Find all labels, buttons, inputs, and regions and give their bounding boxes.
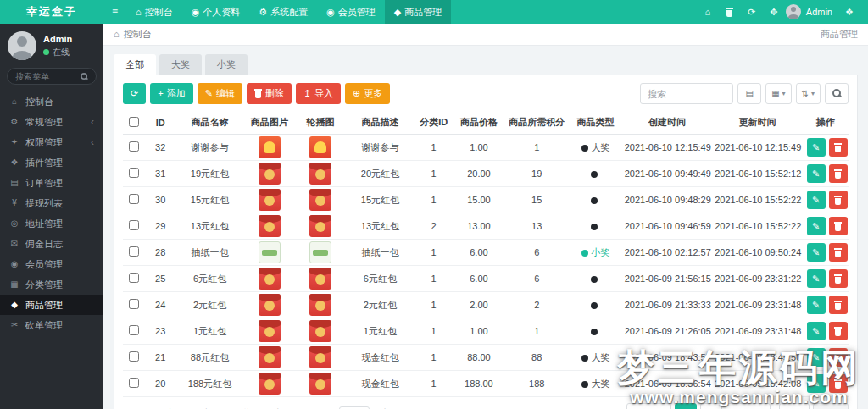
home-button[interactable]: ⌂ <box>698 0 718 24</box>
sidebar-item-goods[interactable]: ◆商品管理 <box>0 295 103 315</box>
row-checkbox[interactable] <box>129 141 139 152</box>
cell-image <box>244 292 295 318</box>
tab-all[interactable]: 全部 <box>114 54 156 75</box>
edit-button[interactable]: ✎ <box>807 322 826 340</box>
prev-page-button[interactable]: 上一页 <box>626 403 671 409</box>
delete-button[interactable] <box>829 191 848 209</box>
sidebar-item-auth[interactable]: ✦权限管理‹ <box>0 132 103 152</box>
cell-image <box>244 371 295 397</box>
row-checkbox[interactable] <box>129 299 139 309</box>
cell-points: 1 <box>504 135 569 161</box>
delete-button[interactable] <box>829 296 848 314</box>
select-all-checkbox[interactable] <box>129 117 139 127</box>
edit-button[interactable]: ✎编辑 <box>198 83 242 104</box>
cell-id: 25 <box>145 266 175 292</box>
cell-type <box>569 161 621 187</box>
cell-image <box>244 135 295 161</box>
sidebar-item-category[interactable]: ▦分类管理 <box>0 274 103 295</box>
delete-button[interactable] <box>829 322 848 340</box>
row-checkbox[interactable] <box>129 378 139 388</box>
edit-button[interactable]: ✎ <box>807 217 826 235</box>
cell-name: 15元红包 <box>175 187 243 213</box>
refresh-button[interactable]: ⟳ <box>742 0 762 24</box>
sort-button[interactable]: ⇅▾ <box>796 83 821 104</box>
brand-title[interactable]: 幸运盒子 <box>0 0 103 24</box>
delete-button[interactable] <box>829 374 848 393</box>
sidebar-toggle-button[interactable]: ≡ <box>103 0 126 24</box>
jump-page-input[interactable] <box>779 403 810 409</box>
edit-button[interactable]: ✎ <box>807 191 826 209</box>
topnav-item-config[interactable]: ⚙系统配置 <box>249 0 317 24</box>
cell-updated: 2021-06-09 23:31:22 <box>712 266 802 292</box>
navbar-avatar[interactable] <box>786 4 801 19</box>
edit-button[interactable]: ✎ <box>807 138 826 157</box>
breadcrumb-home[interactable]: 控制台 <box>124 28 152 41</box>
search-button[interactable] <box>825 83 849 104</box>
delete-button[interactable]: 删除 <box>247 83 292 104</box>
next-page-button[interactable]: 下一页 <box>726 403 771 409</box>
delete-button[interactable] <box>829 243 848 262</box>
sidebar-item-commission[interactable]: ✉佣金日志 <box>0 234 103 254</box>
row-checkbox[interactable] <box>129 325 139 335</box>
avatar <box>8 31 36 60</box>
delete-button[interactable] <box>829 348 848 367</box>
edit-button[interactable]: ✎ <box>807 348 826 367</box>
plugin-button[interactable]: ❖ <box>839 0 860 24</box>
type-dot <box>581 355 588 362</box>
edit-button[interactable]: ✎ <box>807 269 826 288</box>
row-checkbox[interactable] <box>129 168 139 178</box>
column-header: 更新时间 <box>712 111 802 135</box>
sidebar-item-plugin[interactable]: ❖插件管理 <box>0 152 103 173</box>
edit-button[interactable]: ✎ <box>807 243 826 262</box>
sidebar-item-gear[interactable]: ⚙常规管理‹ <box>0 112 103 132</box>
page-1-button[interactable]: 1 <box>675 403 697 409</box>
table-row: 20188元红包现金红包1188.00188大奖2021-06-09 18:36… <box>123 371 849 397</box>
tab-big-prize[interactable]: 大奖 <box>159 54 202 75</box>
row-checkbox[interactable] <box>129 220 139 230</box>
sidebar-item-withdraw[interactable]: ¥提现列表 <box>0 193 103 213</box>
row-select-cell <box>123 318 145 345</box>
fullscreen-button[interactable]: ✥ <box>764 0 784 24</box>
page-2-button[interactable]: 2 <box>700 403 722 409</box>
topnav-item-goods[interactable]: ◆商品管理 <box>385 0 451 24</box>
delete-button[interactable] <box>829 164 848 183</box>
sidebar-item-address[interactable]: ◎地址管理 <box>0 213 103 234</box>
topnav-item-dashboard[interactable]: ⌂控制台 <box>126 0 182 24</box>
table-search-input[interactable] <box>640 83 733 104</box>
import-button[interactable]: ↥导入 <box>296 83 341 104</box>
cell-desc: 抽纸一包 <box>346 240 414 266</box>
button-label: 导入 <box>314 87 333 100</box>
sidebar-item-member[interactable]: ◉会员管理 <box>0 254 103 274</box>
cell-type: 大奖 <box>569 345 621 371</box>
row-checkbox[interactable] <box>129 351 139 362</box>
panel-button[interactable]: ▤ <box>737 83 761 104</box>
topnav-item-profile[interactable]: ◉个人资料 <box>182 0 250 24</box>
grid-button[interactable]: ▦▾ <box>765 83 791 104</box>
sidebar-item-order[interactable]: ▤订单管理 <box>0 173 103 193</box>
refresh-button[interactable]: ⟳ <box>123 83 146 104</box>
profile-icon: ◉ <box>192 8 200 17</box>
delete-button[interactable] <box>829 217 848 235</box>
cell-points: 19 <box>504 161 569 187</box>
row-select-cell <box>123 161 145 187</box>
page-title: 商品管理 <box>821 28 858 41</box>
sidebar-item-dashboard[interactable]: ⌂控制台 <box>0 91 103 112</box>
edit-button[interactable]: ✎ <box>807 296 826 314</box>
topnav-item-member[interactable]: ◉会员管理 <box>317 0 385 24</box>
sidebar-item-bargain[interactable]: ✂砍单管理 <box>0 315 103 335</box>
navbar-username[interactable]: Admin <box>806 7 832 17</box>
per-page-select[interactable]: 10 ▴ <box>339 406 370 409</box>
row-checkbox[interactable] <box>129 273 139 283</box>
delete-button[interactable] <box>829 138 848 157</box>
cell-actions: ✎ <box>803 135 849 161</box>
delete-button[interactable] <box>829 269 848 288</box>
edit-button[interactable]: ✎ <box>807 374 826 393</box>
row-checkbox[interactable] <box>129 246 139 257</box>
more-button[interactable]: ⊕更多 <box>345 83 390 104</box>
add-button[interactable]: +添加 <box>150 83 192 104</box>
trash-button[interactable] <box>720 0 740 24</box>
tab-small-prize[interactable]: 小奖 <box>205 54 248 75</box>
jump-button[interactable]: 跳转 <box>813 403 849 409</box>
row-checkbox[interactable] <box>129 194 139 204</box>
edit-button[interactable]: ✎ <box>807 164 826 183</box>
